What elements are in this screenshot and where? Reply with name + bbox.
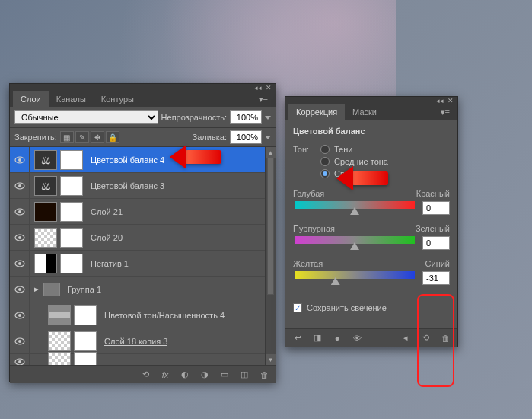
layer-row[interactable] [10, 354, 276, 365]
panel-menu-icon[interactable]: ▾≡ [254, 91, 272, 107]
panel-titlebar[interactable]: ◂◂ ✕ [285, 97, 457, 104]
link-layers-icon[interactable]: ⟲ [139, 369, 152, 381]
layer-row[interactable]: ⚖Цветовой баланс 4 [10, 147, 276, 173]
layer-list[interactable]: ▲ ▼ ⚖Цветовой баланс 4⚖Цветовой баланс 3… [10, 147, 276, 365]
expand-icon[interactable]: ▸ [34, 284, 39, 294]
layer-row[interactable]: Слой 21 [10, 199, 276, 225]
slider-handle[interactable] [331, 277, 340, 285]
blend-mode-select[interactable]: Обычные [14, 110, 158, 124]
radio-shadows[interactable] [320, 145, 330, 154]
mask-icon[interactable]: ◐ [178, 369, 192, 381]
reset-icon[interactable]: ⟲ [418, 332, 433, 344]
slider-value-input[interactable] [422, 201, 450, 215]
layer-row[interactable]: Негатив 1 [10, 251, 276, 277]
visibility-toggle[interactable] [10, 199, 30, 224]
scroll-up-icon[interactable]: ▲ [266, 147, 276, 158]
lock-pixels-icon[interactable]: ✎ [75, 131, 89, 143]
layer-thumbs [30, 305, 101, 325]
slider-value-input[interactable] [422, 271, 450, 285]
layer-thumbnail[interactable] [48, 352, 71, 366]
preserve-luminosity-checkbox[interactable]: ✓ [293, 303, 302, 312]
visibility-toggle[interactable] [10, 147, 30, 172]
scroll-down-icon[interactable]: ▼ [266, 354, 276, 365]
prev-state-icon[interactable]: ◂ [398, 332, 413, 344]
opacity-input[interactable] [230, 110, 262, 124]
tab-paths[interactable]: Контуры [94, 91, 142, 107]
fill-input[interactable] [230, 130, 262, 144]
visibility-icon[interactable]: 👁 [349, 332, 365, 344]
layer-name-label[interactable]: Цветовой баланс 3 [88, 181, 164, 190]
lock-position-icon[interactable]: ✥ [91, 131, 104, 143]
fx-icon[interactable]: fx [158, 369, 172, 381]
collapse-icon[interactable]: ◂◂ [254, 85, 262, 91]
slider-handle[interactable] [350, 242, 359, 250]
layer-name-label[interactable]: Слой 20 [88, 233, 123, 242]
layer-thumbnail[interactable] [34, 228, 57, 248]
clip-icon[interactable]: ● [330, 332, 345, 344]
slider-track[interactable] [295, 236, 415, 244]
trash-icon[interactable]: 🗑 [257, 369, 271, 381]
collapse-icon[interactable]: ◂◂ [436, 98, 444, 104]
mask-thumbnail[interactable] [60, 202, 83, 222]
layer-thumbnail[interactable]: ⚖ [34, 176, 57, 196]
layer-name-label[interactable]: Группа 1 [65, 285, 101, 294]
tab-channels[interactable]: Каналы [49, 91, 94, 107]
mask-thumbnail[interactable] [74, 352, 97, 366]
layer-thumbnail[interactable]: ⚖ [34, 150, 57, 170]
visibility-toggle[interactable] [10, 354, 30, 365]
radio-highlights[interactable] [320, 169, 330, 178]
layer-row[interactable]: Слой 20 [10, 225, 276, 251]
lock-all-icon[interactable]: 🔒 [106, 131, 119, 143]
return-icon[interactable]: ↩ [290, 332, 305, 344]
adjustment-icon[interactable]: ◑ [198, 369, 212, 381]
layer-name-label[interactable]: Слой 18 копия 3 [101, 337, 167, 346]
visibility-toggle[interactable] [10, 328, 30, 353]
mask-thumbnail[interactable] [74, 331, 97, 351]
layer-thumbnail[interactable] [48, 331, 71, 351]
close-icon[interactable]: ✕ [265, 85, 272, 91]
lock-transparency-icon[interactable]: ▦ [60, 131, 74, 143]
layer-name-label[interactable]: Цветовой тон/Насыщенность 4 [101, 311, 225, 320]
visibility-toggle[interactable] [10, 225, 30, 250]
slider-left-label: Пурпурная [293, 224, 335, 233]
layer-thumbnail[interactable] [48, 305, 71, 325]
panel-menu-icon[interactable]: ▾≡ [436, 104, 454, 120]
mask-thumbnail[interactable] [60, 254, 83, 273]
layer-thumbnail[interactable] [34, 202, 57, 222]
opacity-flyout-icon[interactable] [265, 116, 271, 120]
slider-handle[interactable] [350, 207, 359, 215]
scroll-thumb[interactable] [267, 158, 274, 295]
visibility-toggle[interactable] [10, 173, 30, 198]
mask-thumbnail[interactable] [74, 305, 97, 325]
expand-icon[interactable]: ◨ [310, 332, 325, 344]
radio-midtones[interactable] [320, 157, 330, 166]
layer-row[interactable]: ▸Группа 1 [10, 277, 276, 302]
panel-titlebar[interactable]: ◂◂ ✕ [10, 84, 276, 91]
slider-track[interactable] [295, 201, 415, 209]
fill-flyout-icon[interactable] [265, 136, 271, 139]
mask-thumbnail[interactable] [60, 150, 83, 170]
slider-value-input[interactable] [422, 236, 450, 250]
tab-correction[interactable]: Коррекция [288, 104, 345, 120]
group-icon[interactable]: ▭ [218, 369, 231, 381]
layer-row[interactable]: Цветовой тон/Насыщенность 4 [10, 302, 276, 328]
layer-name-label[interactable]: Слой 21 [88, 207, 123, 216]
trash-icon[interactable]: 🗑 [438, 332, 453, 344]
close-icon[interactable]: ✕ [447, 98, 454, 104]
layer-name-label[interactable]: Негатив 1 [88, 259, 129, 268]
layer-row[interactable]: ⚖Цветовой баланс 3 [10, 173, 276, 199]
scrollbar[interactable]: ▲ ▼ [265, 147, 276, 365]
layer-thumbnail[interactable] [34, 254, 57, 273]
slider-track[interactable] [295, 271, 415, 279]
visibility-toggle[interactable] [10, 277, 30, 302]
layer-row[interactable]: Слой 18 копия 3 [10, 328, 276, 354]
visibility-toggle[interactable] [10, 251, 30, 276]
visibility-toggle[interactable] [10, 302, 30, 328]
tab-layers[interactable]: Слои [13, 91, 49, 107]
layer-name-label[interactable]: Цветовой баланс 4 [88, 155, 164, 165]
svg-point-3 [18, 184, 21, 187]
new-layer-icon[interactable]: ◫ [237, 369, 251, 381]
tab-masks[interactable]: Маски [345, 104, 384, 120]
mask-thumbnail[interactable] [60, 228, 83, 248]
mask-thumbnail[interactable] [60, 176, 83, 196]
